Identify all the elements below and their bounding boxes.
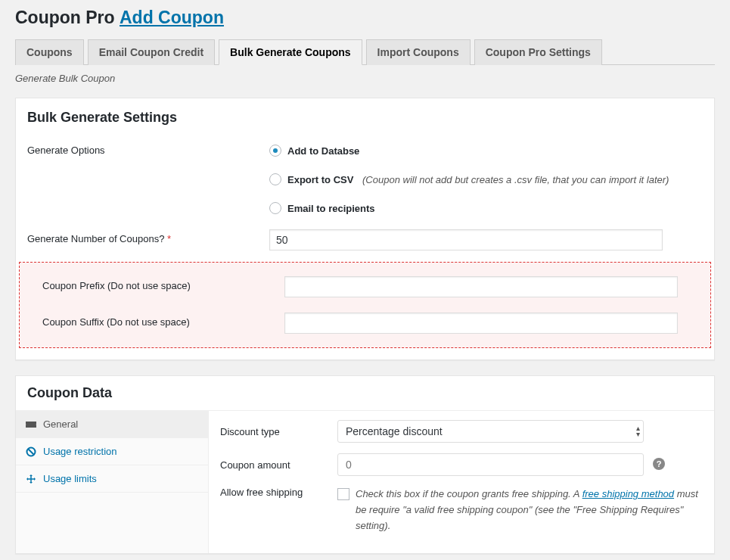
num-coupons-input[interactable] bbox=[269, 229, 663, 250]
coupon-data-main: Discount type ▴▾ Coupon amount ? bbox=[209, 411, 714, 553]
coupon-prefix-input[interactable] bbox=[284, 276, 678, 297]
tab-coupons[interactable]: Coupons bbox=[15, 39, 84, 65]
discount-type-label: Discount type bbox=[220, 426, 337, 437]
sidebar-item-general[interactable]: General bbox=[16, 411, 208, 438]
sidebar-item-general-label: General bbox=[43, 418, 78, 430]
tab-coupon-pro-settings[interactable]: Coupon Pro Settings bbox=[474, 39, 602, 65]
bulk-generate-settings-panel: Bulk Generate Settings Generate Options … bbox=[15, 98, 715, 360]
tab-bulk-generate-coupons[interactable]: Bulk Generate Coupons bbox=[219, 39, 362, 65]
sidebar-item-usage-restriction[interactable]: Usage restriction bbox=[16, 438, 208, 465]
num-coupons-label: Generate Number of Coupons? * bbox=[16, 222, 266, 258]
coupon-suffix-label: Coupon Suffix (Do not use space) bbox=[20, 305, 281, 341]
radio-email-recipients[interactable] bbox=[269, 202, 281, 214]
page-subtitle: Generate Bulk Coupon bbox=[15, 73, 715, 84]
allow-free-shipping-label: Allow free shipping bbox=[220, 487, 337, 498]
page-title: Coupon Pro Add Coupon bbox=[15, 8, 715, 28]
free-shipping-description: Check this box if the coupon grants free… bbox=[356, 487, 703, 534]
prefix-suffix-box: Coupon Prefix (Do not use space) Coupon … bbox=[19, 262, 711, 348]
ticket-icon bbox=[25, 420, 37, 429]
add-coupon-link[interactable]: Add Coupon bbox=[120, 8, 224, 27]
coupon-prefix-label: Coupon Prefix (Do not use space) bbox=[20, 269, 281, 305]
coupon-suffix-input[interactable] bbox=[284, 313, 678, 334]
free-shipping-method-link[interactable]: free shipping method bbox=[582, 488, 674, 499]
coupon-data-heading: Coupon Data bbox=[27, 385, 703, 401]
tab-import-coupons[interactable]: Import Coupons bbox=[366, 39, 471, 65]
page-title-text: Coupon Pro bbox=[15, 8, 115, 27]
move-icon bbox=[25, 474, 37, 484]
help-icon[interactable]: ? bbox=[653, 458, 665, 470]
svg-line-1 bbox=[28, 449, 34, 455]
sidebar-item-usage-restriction-label: Usage restriction bbox=[43, 446, 117, 457]
generate-options-label: Generate Options bbox=[16, 133, 266, 222]
radio-email-recipients-label[interactable]: Email to recipients bbox=[287, 203, 375, 214]
sidebar-item-usage-limits-label: Usage limits bbox=[43, 473, 97, 484]
coupon-data-sidebar: General Usage restriction Usage limits bbox=[16, 411, 209, 553]
radio-export-csv[interactable] bbox=[269, 173, 281, 185]
coupon-amount-label: Coupon amount bbox=[220, 459, 337, 471]
nav-tabs: Coupons Email Coupon Credit Bulk Generat… bbox=[15, 39, 715, 65]
ban-icon bbox=[25, 446, 37, 457]
radio-add-database-label[interactable]: Add to Databse bbox=[287, 145, 359, 157]
tab-email-coupon-credit[interactable]: Email Coupon Credit bbox=[88, 39, 215, 65]
bulk-settings-heading: Bulk Generate Settings bbox=[27, 110, 703, 126]
free-shipping-checkbox[interactable] bbox=[337, 488, 349, 500]
required-asterisk: * bbox=[167, 233, 171, 244]
radio-add-database[interactable] bbox=[269, 145, 281, 157]
radio-export-csv-hint: (Coupon will not add but creates a .csv … bbox=[362, 174, 669, 185]
coupon-amount-input[interactable] bbox=[337, 453, 644, 476]
coupon-data-panel: Coupon Data General Usage restriction bbox=[15, 375, 715, 554]
discount-type-select[interactable] bbox=[337, 420, 644, 443]
sidebar-item-usage-limits[interactable]: Usage limits bbox=[16, 465, 208, 493]
radio-export-csv-label[interactable]: Export to CSV (Coupon will not add but c… bbox=[287, 174, 669, 185]
